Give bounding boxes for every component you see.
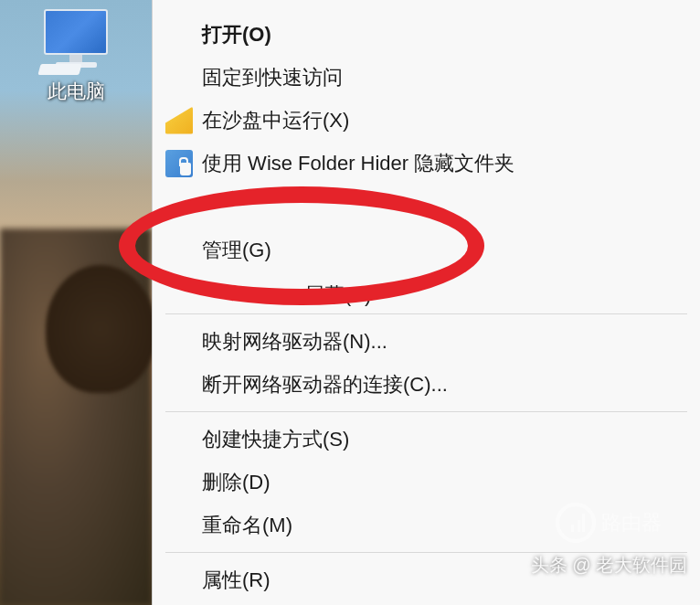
partial-obscured-menu-text: 屏幕(P) [304, 281, 371, 309]
obscured-menu-area-2 [153, 271, 700, 308]
menu-item-disconnect-drive[interactable]: 断开网络驱动器的连接(C)... [153, 363, 700, 406]
desktop-icon-label: 此电脑 [26, 79, 126, 104]
menu-item-pin-quick-access[interactable]: 固定到快速访问 [153, 56, 700, 99]
watermark-logo-text: 路由器 [601, 509, 662, 536]
watermark-credit: 头条 @ 老大软件园 [531, 553, 687, 578]
menu-item-delete[interactable]: 删除(D) [153, 461, 700, 504]
watermark-logo: 路由器 [556, 500, 693, 546]
computer-icon [35, 9, 117, 73]
menu-item-map-drive[interactable]: 映射网络驱动器(N)... [153, 320, 700, 363]
menu-separator [165, 411, 687, 412]
obscured-menu-area [153, 185, 700, 228]
background-blur-shape [46, 265, 155, 393]
menu-item-manage[interactable]: 管理(G) [153, 228, 700, 271]
menu-item-sandbox-run[interactable]: 在沙盘中运行(X) [153, 99, 700, 142]
menu-item-create-shortcut[interactable]: 创建快捷方式(S) [153, 418, 700, 461]
router-icon [556, 503, 596, 543]
folder-lock-icon [165, 150, 193, 177]
menu-item-wise-hider[interactable]: 使用 Wise Folder Hider 隐藏文件夹 [153, 142, 700, 185]
menu-separator [165, 313, 687, 314]
menu-label: 使用 Wise Folder Hider 隐藏文件夹 [202, 152, 514, 175]
menu-label: 在沙盘中运行(X) [202, 109, 349, 132]
sandbox-icon [165, 107, 193, 134]
this-pc-desktop-icon[interactable]: 此电脑 [26, 9, 126, 104]
menu-item-open[interactable]: 打开(O) [153, 13, 700, 56]
